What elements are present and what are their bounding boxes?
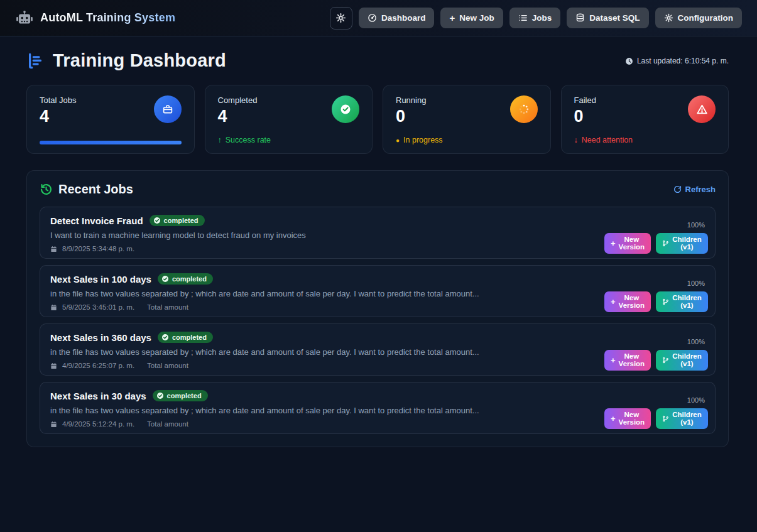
clock-icon [625,57,633,65]
gear-icon [664,13,673,23]
job-progress-percent: 100% [604,221,705,229]
nav-new-job-button[interactable]: + New Job [440,8,503,28]
new-version-button[interactable]: + New Version [604,291,651,312]
job-date: 4/9/2025 5:12:24 p. m. [62,420,134,428]
children-button[interactable]: Children (v1) [656,408,708,429]
job-title: Next Sales in 30 days [50,391,146,401]
git-branch-icon [662,298,669,305]
job-description: in the file has two values separated by … [50,347,479,357]
nav-new-job-label: New Job [459,13,494,23]
dot-icon: ● [396,137,400,144]
check-circle-icon [332,95,359,123]
job-date: 8/9/2025 5:34:48 p. m. [62,245,134,252]
job-title: Detect Invoice Fraud [50,215,143,226]
recent-jobs-title: Recent Jobs [58,182,133,197]
refresh-button[interactable]: Refresh [673,185,716,194]
job-date: 4/9/2025 6:25:07 p. m. [62,362,134,369]
brand: AutoML Training System [15,10,175,26]
nav-configuration-label: Configuration [678,13,733,23]
job-card-next-sales-30-days[interactable]: Next Sales in 30 days completed in the f… [40,382,716,434]
check-circle-icon [156,392,164,399]
nav-dashboard-label: Dashboard [381,13,426,23]
refresh-label: Refresh [685,185,716,194]
nav-jobs-button[interactable]: Jobs [509,8,561,28]
status-badge: completed [150,215,205,226]
gear-icon [335,13,346,23]
plus-icon: + [611,356,616,364]
last-updated-text: Last updated: 6:10:54 p. m. [637,57,729,65]
page-title: Training Dashboard [53,50,226,71]
stat-card-running: Running 0 ● [383,85,551,154]
stats-row: Total Jobs 4 Completed 4 [26,85,729,154]
plus-icon: + [611,239,616,247]
job-title: Next Sales in 100 days [50,274,151,285]
children-button[interactable]: Children (v1) [656,233,708,254]
stat-value: 4 [40,108,77,125]
arrow-up-icon: ↑ [218,136,222,144]
job-progress-percent: 100% [604,280,705,287]
git-branch-icon [662,357,669,364]
nav-dashboard-button[interactable]: Dashboard [359,8,435,28]
job-card-next-sales-100-days[interactable]: Next Sales in 100 days completed in the … [40,265,716,317]
stat-footer-in-progress: ● In progress [396,136,538,144]
git-branch-icon [662,415,669,422]
plus-icon: + [611,415,616,423]
children-button[interactable]: Children (v1) [656,350,708,371]
job-description: I want to train a machine learning model… [50,231,306,240]
spinner-icon [510,95,538,123]
stat-label: Running [396,95,426,105]
stat-card-total-jobs: Total Jobs 4 [26,85,195,154]
briefcase-icon [154,95,182,123]
stat-footer-need-attention: ↓ Need attention [574,136,716,144]
stat-label: Completed [218,95,258,105]
job-progress-percent: 100% [604,338,705,345]
new-version-button[interactable]: + New Version [604,233,651,254]
app-title: AutoML Training System [40,11,175,24]
stat-value: 4 [218,108,258,125]
status-badge: completed [158,273,213,285]
job-target: Total amount [147,303,188,311]
plus-icon: + [449,13,455,23]
chart-bar-icon [26,52,45,70]
new-version-button[interactable]: + New Version [604,408,651,429]
nav-configuration-button[interactable]: Configuration [655,8,742,28]
job-card-next-sales-360-days[interactable]: Next Sales in 360 days completed in the … [40,323,716,376]
refresh-icon [673,185,682,193]
nav-dataset-sql-button[interactable]: Dataset SQL [567,8,648,28]
git-branch-icon [662,240,669,247]
calendar-icon [50,421,57,428]
gauge-icon [368,13,377,23]
list-icon [518,13,528,23]
stat-footer-success-rate: ↑ Success rate [218,136,360,144]
job-target: Total amount [147,420,188,428]
job-progress-percent: 100% [604,396,705,404]
stat-label: Total Jobs [40,95,77,105]
job-target: Total amount [147,362,188,369]
stat-card-completed: Completed 4 ↑ Success rate [205,85,373,154]
children-button[interactable]: Children (v1) [656,291,708,312]
job-title: Next Sales in 360 days [50,332,151,343]
navbar: AutoML Training System Dashboard + [0,0,757,36]
job-description: in the file has two values separated by … [50,406,479,415]
calendar-icon [50,362,57,369]
main-content: Training Dashboard Last updated: 6:10:54… [0,36,757,447]
nav-jobs-label: Jobs [532,13,552,23]
total-jobs-progress-bar [40,141,182,144]
stat-card-failed: Failed 0 ↓ Need attention [561,85,729,154]
job-card-detect-invoice-fraud[interactable]: Detect Invoice Fraud completed I want to… [40,207,716,259]
database-icon [575,13,585,23]
nav-menu: Dashboard + New Job Jobs [330,7,742,30]
stat-value: 0 [574,108,596,125]
status-badge: completed [158,332,213,343]
stat-value: 0 [396,108,426,125]
recent-jobs-panel: Recent Jobs Refresh Detect Invoice Fraud [26,170,729,447]
job-description: in the file has two values separated by … [50,289,479,298]
new-version-button[interactable]: + New Version [604,350,651,371]
alert-triangle-icon [688,95,716,123]
status-badge: completed [153,390,208,401]
job-date: 5/9/2025 3:45:01 p. m. [62,303,134,311]
theme-toggle-button[interactable] [330,7,352,30]
plus-icon: + [611,298,616,306]
check-circle-icon [161,334,169,341]
last-updated: Last updated: 6:10:54 p. m. [625,57,729,65]
